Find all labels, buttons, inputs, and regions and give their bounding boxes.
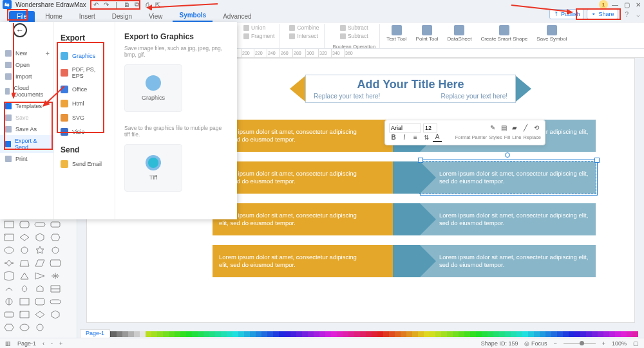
shape-thumb[interactable] — [49, 297, 62, 307]
tiff-card[interactable]: Tiff — [124, 144, 182, 192]
replace-icon[interactable]: ⟲ — [532, 124, 541, 133]
shape-thumb[interactable] — [3, 322, 15, 333]
row2-left[interactable]: Lorem ipsum dolor sit amet, consectetur … — [213, 161, 393, 194]
shape-thumb[interactable] — [3, 232, 15, 243]
export-visio[interactable]: Visio — [58, 125, 111, 139]
color-swatch[interactable] — [279, 331, 285, 337]
color-swatch[interactable] — [261, 331, 267, 337]
color-swatch[interactable] — [441, 331, 447, 337]
color-swatch[interactable] — [395, 331, 401, 337]
row1-left[interactable]: Lorem ipsum dolor sit amet, consectetur … — [213, 120, 393, 152]
shape-thumb[interactable] — [18, 232, 31, 243]
color-swatch[interactable] — [122, 331, 128, 337]
color-swatch[interactable] — [453, 331, 459, 337]
shape-thumb[interactable] — [18, 245, 31, 255]
shape-thumb[interactable] — [49, 258, 62, 268]
send-email[interactable]: Send Email — [58, 157, 111, 171]
color-swatch[interactable] — [406, 331, 412, 337]
row4-left[interactable]: Lorem ipsum dolor sit amet, consectetur … — [213, 245, 393, 277]
color-swatch[interactable] — [302, 331, 308, 337]
save-symbol-button[interactable]: Save Symbol — [534, 24, 569, 44]
color-swatch[interactable] — [319, 331, 325, 337]
row3-right[interactable]: Lorem ipsum dolor sit amet, consectetur … — [420, 203, 596, 235]
color-swatch[interactable] — [337, 331, 343, 337]
minimize-icon[interactable]: — — [611, 0, 620, 9]
shape-thumb[interactable] — [18, 271, 31, 281]
shape-thumb[interactable] — [3, 258, 15, 268]
shape-thumb[interactable] — [18, 309, 31, 320]
color-swatch[interactable] — [354, 331, 360, 337]
shape-thumb[interactable] — [3, 297, 15, 307]
color-swatch[interactable] — [146, 331, 151, 337]
styles-icon[interactable]: ▤ — [499, 124, 508, 133]
color-swatch[interactable] — [482, 331, 488, 337]
shape-thumb[interactable] — [49, 245, 62, 255]
shape-thumb[interactable] — [3, 219, 15, 230]
shape-thumb[interactable] — [18, 322, 31, 333]
color-swatch[interactable] — [545, 331, 551, 337]
shape-thumb[interactable] — [49, 284, 62, 294]
nav-saveas[interactable]: Save As — [0, 124, 53, 135]
color-swatch[interactable] — [632, 331, 638, 337]
color-swatch[interactable] — [609, 331, 615, 337]
row2-right-selected[interactable]: Lorem ipsum dolor sit amet, consectetur … — [420, 161, 596, 194]
page-tab[interactable]: Page-1 — [80, 329, 110, 338]
color-swatch[interactable] — [598, 331, 603, 337]
color-swatch[interactable] — [586, 331, 592, 337]
collapse-ribbon-icon[interactable]: ⌵ — [635, 10, 641, 19]
shape-thumb[interactable] — [18, 284, 31, 294]
color-swatch[interactable] — [267, 331, 273, 337]
row4-right[interactable]: Lorem ipsum dolor sit amet, consectetur … — [420, 245, 596, 277]
color-swatch[interactable] — [615, 331, 621, 337]
color-swatch[interactable] — [215, 331, 221, 337]
color-swatch[interactable] — [372, 331, 377, 337]
diagram-title-box[interactable]: Add Your Title Here Replace your text he… — [305, 75, 516, 103]
zoom-out-button[interactable]: − — [553, 340, 556, 347]
color-swatch[interactable] — [186, 331, 192, 337]
shape-thumb[interactable] — [18, 219, 31, 230]
spacing-button[interactable]: ⇅ — [422, 133, 431, 142]
shape-thumb[interactable] — [33, 309, 46, 320]
nav-new[interactable]: New+ — [0, 48, 53, 59]
nav-print[interactable]: Print — [0, 153, 53, 165]
export-office[interactable]: Office — [58, 82, 111, 96]
color-swatch[interactable] — [128, 331, 134, 337]
point-tool-button[interactable]: Point Tool — [413, 24, 441, 44]
color-swatch[interactable] — [204, 331, 209, 337]
datasheet-button[interactable]: DataSheet — [445, 24, 475, 44]
nav-templates[interactable]: Templates — [0, 100, 53, 112]
shape-thumb[interactable] — [33, 297, 46, 307]
font-color-button[interactable]: A — [433, 133, 442, 142]
bold-button[interactable]: B — [389, 133, 398, 142]
color-swatch[interactable] — [418, 331, 424, 337]
color-swatch[interactable] — [163, 331, 169, 337]
shape-thumb[interactable] — [3, 245, 15, 255]
color-swatch[interactable] — [232, 331, 238, 337]
tab-view[interactable]: View — [142, 11, 169, 22]
status-prev-page[interactable]: ‹ — [43, 340, 44, 347]
color-swatch[interactable] — [383, 331, 389, 337]
color-swatch[interactable] — [244, 331, 250, 337]
color-swatch[interactable] — [157, 331, 163, 337]
zoom-in-button[interactable]: + — [602, 340, 605, 347]
fill-icon[interactable]: ▰ — [510, 124, 519, 133]
color-swatch[interactable] — [534, 331, 540, 337]
undo-icon[interactable]: ↶ — [93, 1, 99, 8]
color-swatch[interactable] — [551, 331, 557, 337]
tab-home[interactable]: Home — [39, 11, 69, 22]
color-swatch[interactable] — [111, 331, 117, 337]
help-icon[interactable]: ? — [623, 10, 630, 19]
font-family-input[interactable] — [389, 124, 421, 133]
fit-page-icon[interactable]: ▢ — [633, 340, 639, 347]
color-swatch[interactable] — [459, 331, 464, 337]
color-swatch[interactable] — [325, 331, 331, 337]
italic-button[interactable]: I — [400, 133, 409, 142]
backstage-back-button[interactable]: ← — [13, 23, 27, 37]
color-swatch[interactable] — [308, 331, 314, 337]
status-plus[interactable]: + — [59, 340, 62, 347]
color-swatch[interactable] — [175, 331, 180, 337]
zoom-slider[interactable] — [564, 343, 596, 344]
shape-thumb[interactable] — [49, 271, 62, 281]
qa-save-icon[interactable]: 🗎 — [124, 1, 130, 8]
font-size-input[interactable] — [423, 124, 437, 133]
